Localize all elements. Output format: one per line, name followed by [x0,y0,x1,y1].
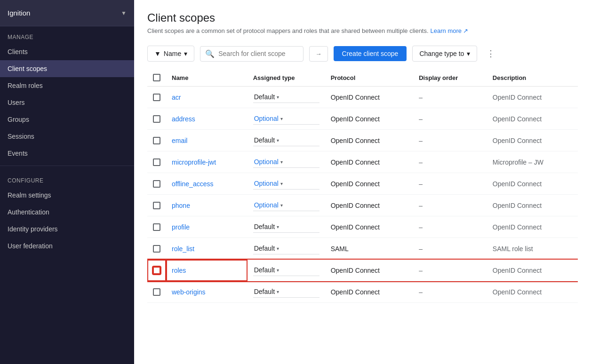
table-row: acrDefault ▾OpenID Connect–OpenID Connec… [147,87,578,108]
sidebar-item-realm-settings[interactable]: Realm settings [0,187,134,204]
sidebar-item-sessions[interactable]: Sessions [0,128,134,145]
row-checkbox-offline_access[interactable] [153,180,160,188]
type-chevron-icon: ▾ [280,116,283,121]
row-checkbox-microprofile-jwt[interactable] [153,158,160,166]
search-icon: 🔍 [205,49,215,58]
row-name[interactable]: roles [166,260,248,281]
type-chevron-icon: ▾ [277,268,279,273]
sidebar-item-client-scopes[interactable]: Client scopes [0,60,134,77]
type-select[interactable]: Optional ▾ [253,113,319,125]
search-box: 🔍 [200,46,303,62]
sidebar-item-user-federation[interactable]: User federation [0,237,134,254]
sidebar-item-realm-roles[interactable]: Realm roles [0,77,134,94]
row-name[interactable]: email [166,130,248,151]
type-select[interactable]: Default ▾ [253,135,319,146]
row-checkbox-profile[interactable] [153,223,160,231]
sidebar-item-authentication[interactable]: Authentication [0,204,134,221]
row-checkbox-role_list[interactable] [153,245,160,253]
sidebar-item-clients[interactable]: Clients [0,43,134,60]
row-name[interactable]: web-origins [166,281,248,303]
row-description: SAML role list [487,238,578,260]
row-checkbox-cell [147,216,166,238]
search-input[interactable] [218,50,298,57]
table-row: web-originsDefault ▾OpenID Connect–OpenI… [147,281,578,303]
row-checkbox-acr[interactable] [153,94,160,101]
sidebar-divider [0,166,134,166]
col-display-order: Display order [413,69,487,87]
type-select[interactable]: Default ▾ [253,264,319,276]
row-type: Default ▾ [248,281,325,303]
row-description: OpenID Connect [487,216,578,238]
row-name[interactable]: address [166,108,248,130]
row-protocol: OpenID Connect [325,151,414,173]
row-protocol: OpenID Connect [325,281,414,303]
create-client-scope-button[interactable]: Create client scope [334,46,407,61]
row-checkbox-email[interactable] [153,137,160,144]
row-display-order: – [413,238,487,260]
sidebar-item-groups[interactable]: Groups [0,111,134,128]
row-checkbox-cell [147,173,166,195]
row-checkbox-web-origins[interactable] [153,288,160,296]
row-protocol: OpenID Connect [325,216,414,238]
row-type: Optional ▾ [248,108,325,130]
type-select[interactable]: Default ▾ [253,91,319,103]
row-type: Optional ▾ [248,195,325,216]
row-checkbox-phone[interactable] [153,202,160,209]
table-header-row: Name Assigned type Protocol Display orde… [147,69,578,87]
table-row: rolesDefault ▾OpenID Connect–OpenID Conn… [147,260,578,281]
row-display-order: – [413,281,487,303]
toolbar: ▼ Name ▾ 🔍 → Create client scope Change … [147,46,578,62]
row-type: Default ▾ [248,130,325,151]
search-arrow-button[interactable]: → [309,46,327,62]
row-checkbox-cell [147,87,166,108]
type-select[interactable]: Default ▾ [253,221,319,233]
realm-chevron-icon: ▼ [121,10,127,16]
type-select[interactable]: Optional ▾ [253,156,319,168]
row-protocol: SAML [325,238,414,260]
type-select[interactable]: Default ▾ [253,286,319,298]
row-type: Optional ▾ [248,173,325,195]
row-name[interactable]: phone [166,195,248,216]
type-select[interactable]: Optional ▾ [253,199,319,211]
learn-more-link[interactable]: Learn more ↗ [431,27,468,34]
row-display-order: – [413,151,487,173]
row-description: OpenID Connect [487,130,578,151]
type-select[interactable]: Default ▾ [253,243,319,254]
sidebar-item-users[interactable]: Users [0,94,134,111]
realm-title: Ignition [8,9,30,17]
type-select[interactable]: Optional ▾ [253,178,319,190]
type-chevron-icon: ▾ [280,159,283,165]
type-chevron-icon: ▾ [280,203,283,208]
realm-selector[interactable]: Ignition ▼ [0,0,134,26]
col-name: Name [166,69,248,87]
row-description: Microprofile – JW [487,151,578,173]
sidebar-item-identity-providers[interactable]: Identity providers [0,221,134,237]
row-name[interactable]: microprofile-jwt [166,151,248,173]
row-checkbox-cell [147,260,166,281]
row-checkbox-address[interactable] [153,115,160,123]
row-checkbox-roles[interactable] [153,267,160,274]
row-name[interactable]: acr [166,87,248,108]
row-checkbox-cell [147,108,166,130]
external-link-icon: ↗ [463,27,468,34]
col-assigned-type: Assigned type [248,69,325,87]
change-type-chevron-icon: ▾ [467,50,470,57]
row-checkbox-cell [147,281,166,303]
filter-button[interactable]: ▼ Name ▾ [147,46,194,62]
row-name[interactable]: profile [166,216,248,238]
select-all-checkbox[interactable] [153,74,160,81]
sidebar-item-events[interactable]: Events [0,145,134,162]
select-all-header [147,69,166,87]
change-type-button[interactable]: Change type to ▾ [412,46,477,62]
row-name[interactable]: role_list [166,238,248,260]
filter-icon: ▼ [154,50,161,57]
type-chevron-icon: ▾ [277,289,279,294]
row-name[interactable]: offline_access [166,173,248,195]
row-checkbox-cell [147,151,166,173]
table-row: addressOptional ▾OpenID Connect–OpenID C… [147,108,578,130]
more-options-button[interactable]: ⋮ [483,46,499,62]
table-row: microprofile-jwtOptional ▾OpenID Connect… [147,151,578,173]
client-scopes-table: Name Assigned type Protocol Display orde… [147,69,578,303]
type-chevron-icon: ▾ [277,95,279,100]
row-type: Optional ▾ [248,151,325,173]
